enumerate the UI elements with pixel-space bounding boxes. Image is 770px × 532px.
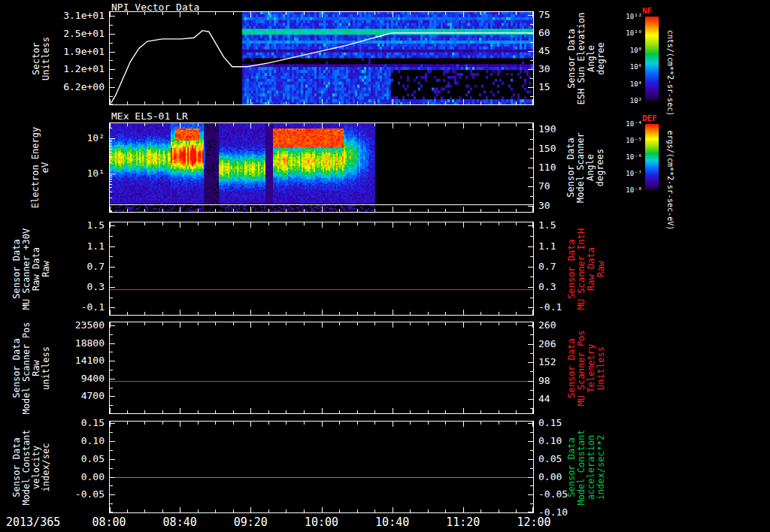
npi-left-axis-label-line: Unitless	[40, 11, 50, 105]
colorbar-nf-tick-label: 10²	[612, 97, 642, 104]
mu30v-left-axis-label-line: MU Scanner +30V	[20, 222, 31, 316]
els-right-axis-label-line: Model Scanner	[575, 122, 586, 213]
colorbar-def-tick-label: 10⁻⁶	[612, 153, 642, 161]
mu30v-left-axis-label-line: Raw	[40, 222, 50, 316]
model_constant-right-axis-label-line: index/sec**2	[595, 421, 605, 513]
els-left-axis-label-line: Electron Energy	[30, 122, 41, 213]
els-right-axis-label-line: degrees	[595, 122, 605, 213]
scanner_pos-right-axis-label-line: Unitless	[595, 322, 605, 414]
model_constant-left-axis-label-line: velocity	[30, 421, 41, 513]
scanner_pos-right-axis-label-line: MU Scanner Pos	[575, 322, 586, 414]
npi-left-axis-label-line: Sector	[30, 11, 41, 105]
npi-right-axis-label-line: Angle	[585, 11, 596, 105]
x-axis-tick-label: 12:00	[517, 515, 550, 529]
panel-canvas-mu30v	[109, 222, 534, 316]
scanner_pos-right-axis-label-line: Sensor Data	[565, 322, 576, 414]
colorbar-nf-unit: cnts/(cm**2-sr-sec)	[665, 17, 675, 129]
mu30v-right-axis-label-line: Raw Data	[585, 222, 596, 316]
scanner_pos-left-axis-label-line: Raw	[30, 322, 41, 414]
mu30v-right-axis-label-line: Sensor Data	[565, 222, 576, 316]
x-axis-tick-label: 10:40	[375, 515, 409, 529]
colorbar-nf-tick-label: 10⁴	[612, 80, 642, 88]
colorbar-def-tick-label: 10⁻⁴	[612, 120, 642, 128]
colorbar-def-tick-label: 10⁻⁷	[612, 170, 642, 177]
npi-left-tick-label: 3.1e+01	[0, 11, 105, 21]
model_constant-right-axis-label-line: Sensor Data	[565, 421, 576, 513]
els-right-axis-label-line: Angle	[585, 122, 596, 213]
els-left-tick-label: 10¹	[0, 168, 105, 179]
scanner_pos-left-axis-label-line: Model Scanner Pos	[20, 322, 31, 414]
colorbar-nf-tick-label: 10¹²	[612, 13, 642, 20]
colorbar-def-tick-label: 10⁻⁸	[612, 186, 642, 194]
panel-canvas-els	[109, 122, 534, 213]
x-axis-tick-label: 08:40	[163, 515, 197, 529]
npi-right-axis-label-line: Sensor Data	[565, 11, 576, 105]
panel-canvas-npi	[109, 11, 534, 105]
npi-right-axis-label-line: degree	[595, 11, 605, 105]
model_constant-left-axis-label-line: Sensor Data	[11, 421, 21, 513]
mu30v-right-axis-label-line: Raw	[595, 222, 605, 316]
model_constant-right-axis-label-line: Model Constant	[575, 421, 586, 513]
npi-left-tick-label: 6.2e+00	[0, 82, 105, 92]
model_constant-right-axis-label-line: acceleration	[585, 421, 596, 513]
panel-canvas-scanner_pos	[109, 322, 534, 414]
x-axis-tick-label: 10:00	[305, 515, 338, 529]
date-label: 2013/365	[6, 515, 60, 529]
colorbar-def-unit: ergs/(cm**2-sr-sec-eV)	[665, 124, 675, 237]
model_constant-left-axis-label-line: Model Constant	[20, 421, 31, 513]
scanner_pos-left-axis-label-line: unitless	[40, 322, 50, 414]
npi-right-axis-label-line: ESH Sun Elevation	[575, 11, 586, 105]
mu30v-right-axis-label-line: MU Scanner IntH	[575, 222, 586, 316]
els-left-tick-label: 10²	[0, 133, 105, 144]
npi-left-tick-label: 2.5e+01	[0, 29, 105, 39]
mu30v-left-axis-label-line: Raw Data	[30, 222, 41, 316]
scanner_pos-right-axis-label-line: Telemetry	[585, 322, 596, 414]
colorbar-nf-tick-label: 10⁸	[612, 47, 642, 54]
colorbar-def-title: DEF	[642, 113, 657, 123]
els-right-axis-label-line: Sensor Data	[565, 122, 576, 213]
scanner_pos-left-axis-label-line: Sensor Data	[11, 322, 21, 414]
colorbar-def-tick-label: 10⁻⁵	[612, 137, 642, 144]
colorbar-nf-title: NF	[642, 6, 652, 16]
x-axis-tick-label: 08:00	[92, 515, 126, 529]
npi-left-tick-label: 1.2e+01	[0, 64, 105, 74]
colorbar-def-bar	[645, 124, 659, 190]
x-axis-tick-label: 11:20	[446, 515, 480, 529]
plot-screen: NPI Vector Data MEx ELS-01 LR 2013/365 3…	[0, 0, 770, 532]
panel-canvas-model_constant	[109, 421, 534, 513]
mu30v-left-axis-label-line: Sensor Data	[11, 222, 21, 316]
colorbar-nf-bar	[645, 17, 659, 101]
model_constant-left-axis-label-line: index/sec	[40, 421, 50, 513]
x-axis-tick-label: 09:20	[234, 515, 268, 529]
panel-title-els: MEx ELS-01 LR	[111, 110, 188, 122]
els-left-axis-label-line: eV	[40, 122, 50, 213]
colorbar-nf-tick-label: 10⁶	[612, 63, 642, 71]
colorbar-nf-tick-label: 10¹⁰	[612, 29, 642, 37]
npi-left-tick-label: 1.9e+01	[0, 47, 105, 57]
